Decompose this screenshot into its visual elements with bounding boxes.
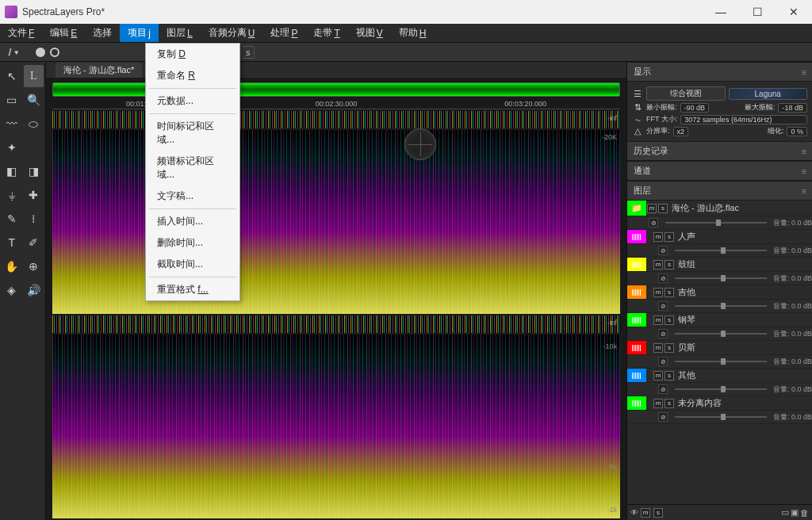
layer-color-swatch[interactable] — [627, 285, 646, 299]
mute-toggle[interactable]: m — [653, 343, 663, 353]
menu-item-8[interactable]: 截取时间... — [146, 254, 239, 275]
layer-row-5[interactable]: m s 其他 — [627, 369, 812, 383]
timeline-ruler[interactable]: 00:01:40.00000:02:30.00000:03:20.000 — [52, 98, 620, 109]
volume-slider[interactable] — [665, 222, 767, 224]
dropper-tool[interactable]: ✐ — [24, 231, 44, 254]
menu-6[interactable]: 处理P — [262, 24, 305, 42]
waveform-right[interactable]: -inf R — [52, 315, 620, 333]
solo-toggle[interactable]: s — [665, 232, 674, 242]
layer-color-swatch[interactable]: 📁 — [627, 201, 646, 216]
magnifier-tool[interactable]: 🔍 — [24, 89, 44, 111]
close-button[interactable]: ✕ — [776, 0, 812, 24]
marquee-tool[interactable]: ▭ — [2, 89, 22, 111]
spectrogram-left[interactable]: -20K L — [52, 130, 620, 314]
layer-color-swatch[interactable] — [627, 369, 646, 382]
overview-waveform[interactable] — [52, 82, 620, 97]
menu-icon[interactable]: ≡ — [802, 147, 806, 156]
heal-tool[interactable]: ✚ — [24, 184, 44, 206]
bypass-toggle[interactable]: ⊘ — [649, 218, 658, 228]
layer-row-0[interactable]: m s 人声 — [627, 230, 812, 244]
solo-toggle[interactable]: s — [665, 399, 674, 408]
lasso-tool[interactable]: ⬭ — [24, 113, 44, 135]
layer-color-swatch[interactable] — [627, 341, 646, 354]
bypass-toggle[interactable]: ⊘ — [658, 301, 668, 311]
menu-0[interactable]: 文件F — [0, 24, 42, 42]
res-icon[interactable]: △ — [632, 126, 643, 136]
mute-toggle[interactable]: m — [653, 371, 663, 380]
volume-slider[interactable] — [675, 416, 767, 418]
hand-tool[interactable]: ✋ — [2, 255, 22, 277]
bypass-toggle[interactable]: ⊘ — [658, 412, 668, 422]
bypass-toggle[interactable]: ⊘ — [658, 246, 668, 255]
layer-master[interactable]: 📁 m s 海伦 - 游山恋.flac — [627, 201, 812, 216]
volume-slider[interactable] — [675, 305, 767, 307]
maximize-button[interactable]: ☐ — [739, 0, 776, 24]
bypass-toggle[interactable]: ⊘ — [658, 329, 668, 338]
zoom-tool[interactable]: ⊕ — [24, 255, 44, 277]
solo-toggle[interactable]: s — [665, 343, 674, 353]
cube-tool[interactable]: ◈ — [2, 279, 22, 301]
brush-tool[interactable]: 〰 — [2, 113, 22, 135]
menu-1[interactable]: 编辑E — [42, 24, 85, 42]
eraser-tool[interactable]: ◧ — [2, 160, 22, 182]
menu-4[interactable]: 图层L — [159, 24, 201, 42]
menu-3[interactable]: 项目j — [120, 24, 159, 42]
group-layer-icon[interactable]: ▣ — [791, 507, 799, 518]
solo-toggle[interactable]: s — [658, 204, 668, 213]
channels-panel-header[interactable]: 通道 ≡ — [627, 161, 812, 181]
bypass-toggle[interactable]: ⊘ — [658, 384, 668, 394]
ref-value[interactable]: 0 % — [787, 127, 807, 136]
menu-item-0[interactable]: 复制 D — [146, 44, 239, 65]
menu-9[interactable]: 帮助H — [391, 24, 435, 42]
circle-icon[interactable] — [36, 48, 45, 57]
waveform-left[interactable]: -inf L — [52, 111, 620, 128]
volume-slider[interactable] — [675, 250, 767, 251]
eye-icon[interactable]: 👁 — [630, 508, 638, 517]
text-tool[interactable]: L — [24, 65, 44, 87]
layer-row-4[interactable]: m s 贝斯 — [627, 341, 812, 355]
layer-color-swatch[interactable] — [627, 313, 646, 327]
menu-item-5[interactable]: 文字稿... — [146, 185, 239, 207]
fft-icon[interactable]: ⏦ — [632, 115, 643, 124]
layers-stack-icon[interactable]: ☰ — [632, 89, 643, 99]
composite-view-chip[interactable]: 综合视图 — [646, 86, 726, 101]
add-layer-icon[interactable]: ▭ — [781, 507, 789, 518]
eraser2-tool[interactable]: ◨ — [24, 160, 44, 182]
layers-panel-header[interactable]: 图层 ≡ — [627, 181, 812, 201]
solo-toggle[interactable]: s — [665, 260, 674, 270]
mute-toggle[interactable]: m — [653, 315, 663, 325]
layer-row-6[interactable]: m s 未分离内容 — [627, 396, 812, 411]
history-panel-header[interactable]: 历史记录 ≡ — [627, 141, 812, 161]
menu-icon[interactable]: ≡ — [802, 186, 806, 196]
menu-5[interactable]: 音频分离U — [201, 24, 263, 42]
speaker-tool[interactable]: 🔊 — [24, 279, 44, 301]
delete-layer-icon[interactable]: 🗑 — [800, 508, 809, 518]
bypass-toggle[interactable]: ⊘ — [658, 357, 668, 366]
volume-slider[interactable] — [675, 388, 767, 390]
layer-color-swatch[interactable] — [627, 230, 646, 243]
min-amp-value[interactable]: -90 dB — [680, 103, 710, 113]
display-panel-header[interactable]: 显示 ≡ — [627, 62, 812, 82]
spectrogram-right[interactable]: -10k -3k -1k R — [52, 335, 620, 518]
max-amp-value[interactable]: -18 dB — [778, 103, 807, 113]
menu-item-4[interactable]: 频谱标记和区域... — [146, 151, 239, 185]
menu-item-3[interactable]: 时间标记和区域... — [146, 116, 239, 151]
mute-toggle[interactable]: m — [653, 232, 663, 242]
document-tab[interactable]: 海伦 - 游山恋.flac* — [56, 63, 142, 78]
picker-tool[interactable]: ⁞ — [24, 208, 44, 230]
menu-item-6[interactable]: 插入时间... — [146, 211, 239, 232]
draw-tool[interactable]: ✎ — [2, 208, 22, 230]
solo-all[interactable]: s — [653, 508, 663, 518]
stamp-tool[interactable]: ⏚ — [2, 184, 22, 206]
layer-row-3[interactable]: m s 钢琴 — [627, 313, 812, 327]
menu-icon[interactable]: ≡ — [802, 166, 806, 176]
amp-icon[interactable]: ⇅ — [632, 102, 643, 113]
minimize-button[interactable]: — — [703, 0, 739, 24]
bypass-toggle[interactable]: ⊘ — [658, 273, 668, 283]
volume-slider[interactable] — [675, 361, 767, 362]
layer-color-swatch[interactable] — [627, 258, 646, 271]
menu-item-2[interactable]: 元数据... — [146, 90, 239, 112]
mute-toggle[interactable]: m — [647, 204, 657, 213]
solo-toggle[interactable]: s — [665, 371, 674, 380]
layer-color-swatch[interactable] — [627, 396, 646, 410]
